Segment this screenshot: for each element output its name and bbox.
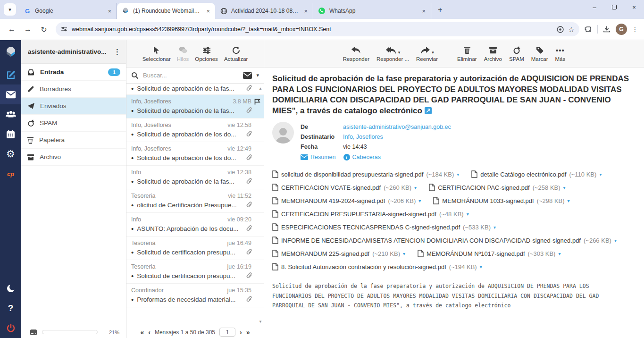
new-tab-button[interactable]: + (434, 4, 446, 16)
next-page-button[interactable]: › (240, 329, 242, 336)
archive-button[interactable]: Archivo (484, 45, 502, 62)
sidebar-item-entrada[interactable]: Entrada 1 (21, 64, 126, 81)
tab-actividad[interactable]: Actividad 2024-10-18 08:00:00 × (215, 3, 313, 19)
tab-search-button[interactable]: ▾ (4, 3, 16, 16)
attachment-item[interactable]: MEMORANDUM 419-2024-signed.pdf(~206 KB)▾ (272, 197, 421, 204)
prev-page-button[interactable]: ‹ (148, 329, 151, 336)
close-icon[interactable]: × (106, 8, 113, 15)
sidebar-item-borradores[interactable]: Borradores (21, 81, 126, 98)
sidebar-item-enviados[interactable]: Enviados (21, 98, 126, 115)
list-item[interactable]: Infovie 12:38 •Solicitud de aprobación d… (126, 166, 264, 189)
chevron-down-icon[interactable]: ▾ (398, 50, 401, 55)
address-bar[interactable]: webmail.sanjuan.gob.ec/cpsess5423996997/… (56, 22, 579, 36)
flag-icon[interactable] (254, 98, 261, 105)
first-page-button[interactable]: « (140, 329, 144, 336)
attachment-item[interactable]: CERTIFICACION PRESUPUESTARIA-signed-sign… (272, 210, 469, 218)
nav-contacts-button[interactable] (0, 104, 21, 124)
spam-button[interactable]: SPAM (509, 45, 524, 62)
list-item[interactable]: Info, Josefloresvie 12:49 •Solicitud de … (126, 142, 264, 166)
nav-calendar-button[interactable] (0, 124, 21, 144)
attachment-item[interactable]: MEMORANDUM 225-signed.pdf(~210 KB)▾ (272, 250, 405, 257)
attachment-menu-icon[interactable]: ▾ (614, 238, 617, 243)
delete-button[interactable]: Eliminar (457, 45, 477, 62)
attachment-menu-icon[interactable]: ▾ (568, 198, 570, 203)
attachment-item[interactable]: ESPECIFICACIONES TECNICASPRENDAS C-signe… (272, 223, 496, 231)
forward-button[interactable]: → (21, 22, 35, 36)
sidebar-item-papelera[interactable]: Papelera (21, 132, 126, 149)
window-maximize-button[interactable] (604, 0, 624, 14)
refresh-button[interactable]: Actualizar (224, 45, 248, 62)
forward-button[interactable]: ▾ Reenviar (416, 45, 438, 62)
reading-mode-icon[interactable] (556, 25, 564, 34)
attachment-menu-icon[interactable]: ▾ (418, 198, 421, 203)
help-button[interactable]: ? (0, 298, 21, 318)
scroll-down-icon[interactable]: ▼ (259, 320, 262, 324)
more-button[interactable]: ••• Más (555, 45, 566, 62)
list-item[interactable]: Tesoreriajue 16:49 •Solicitud de certifi… (126, 237, 264, 260)
list-item[interactable]: Tesoreriavie 11:52 •olicitud de Certific… (126, 189, 264, 213)
site-settings-icon[interactable] (60, 25, 68, 33)
attachment-item[interactable]: 8. Solicitud Autorización contratación y… (272, 263, 482, 270)
attachment-menu-icon[interactable]: ▾ (558, 251, 560, 256)
attachment-item[interactable]: MEMORÁNDUM Nº1017-signed.pdf(~303 KB)▾ (418, 250, 560, 257)
threads-button[interactable]: Hilos (177, 45, 189, 62)
reply-button[interactable]: Responder (343, 45, 369, 62)
attachment-item[interactable]: detalle Catálogo electrónico.pdf(~110 KB… (471, 170, 602, 178)
attachment-item[interactable]: CERTIFICACION PAC-signed.pdf(~258 KB)▾ (429, 184, 566, 191)
attachment-item[interactable]: INFORME DE NECESIDADCAMISETAS ATENCION D… (272, 237, 617, 244)
reload-button[interactable]: ↻ (37, 22, 51, 36)
headers-link[interactable]: i Cabeceras (343, 154, 381, 161)
nav-settings-button[interactable]: ⚙ (0, 144, 21, 164)
search-scope-mail-icon[interactable] (243, 72, 252, 79)
list-item[interactable]: Infovie 09:20 •ASUNTO: Aprobación de los… (126, 213, 264, 237)
mark-button[interactable]: Marcar (531, 45, 548, 62)
options-button[interactable]: Opciones (195, 45, 218, 62)
downloads-icon[interactable] (602, 25, 611, 34)
sidebar-item-archivo[interactable]: Archivo (21, 149, 126, 166)
close-icon[interactable]: × (420, 8, 427, 15)
nav-mail-button[interactable] (0, 84, 21, 104)
attachment-menu-icon[interactable]: ▾ (414, 185, 417, 190)
list-item[interactable]: • Solicitud de aprobación de la fas... (126, 84, 264, 95)
attachment-menu-icon[interactable]: ▾ (467, 211, 469, 217)
search-bar[interactable]: Buscar... ▾ (126, 68, 264, 84)
attachment-menu-icon[interactable]: ▾ (457, 172, 459, 177)
attachment-menu-icon[interactable]: ▾ (480, 264, 482, 270)
list-item[interactable]: Coordinadorjue 15:35 •Proformas de neces… (126, 284, 264, 307)
tab-roundcube-active[interactable]: (1) Roundcube Webmail :: Envia × (117, 3, 215, 19)
attachment-item[interactable]: CERTIFICACION VCATE-signed.pdf(~260 KB)▾ (272, 184, 417, 191)
dark-mode-toggle[interactable] (0, 279, 21, 298)
tab-whatsapp[interactable]: WhatsApp × (313, 3, 431, 19)
attachment-menu-icon[interactable]: ▾ (599, 172, 602, 177)
tab-google[interactable]: G Google × (19, 3, 117, 19)
attachment-item[interactable]: solicitud de disponibilidad presupuestar… (272, 170, 459, 178)
window-minimize-button[interactable]: – (585, 0, 604, 14)
compose-button[interactable] (0, 65, 21, 84)
last-page-button[interactable]: » (246, 329, 250, 336)
list-item[interactable]: Tesoreriajue 16:19 •Solicitud de certifi… (126, 260, 264, 284)
select-button[interactable]: Seleccionar (142, 45, 171, 62)
reply-all-button[interactable]: ▾ Responder ... (376, 45, 409, 62)
from-address-link[interactable]: asistente-administrativo@sanjuan.gob.ec (343, 124, 451, 130)
profile-avatar[interactable]: G (616, 24, 627, 35)
open-in-new-window-icon[interactable] (425, 107, 432, 114)
list-item[interactable]: Info, Josefloresvie 12:58 •Solicitud de … (126, 118, 264, 142)
sidebar-item-spam[interactable]: SPAM (21, 115, 126, 132)
summary-link[interactable]: Resumen (301, 154, 336, 161)
url-text[interactable]: webmail.sanjuan.gob.ec/cpsess5423996997/… (72, 26, 552, 33)
search-input[interactable]: Buscar... (143, 72, 239, 79)
nav-cpanel-button[interactable]: cp (0, 164, 21, 184)
to-recipients-link[interactable]: Info, Joseflores (343, 134, 383, 140)
search-options-caret-icon[interactable]: ▾ (256, 72, 259, 78)
close-icon[interactable]: × (205, 8, 211, 15)
folder-options-icon[interactable]: ⋮ (114, 48, 121, 56)
list-item-selected[interactable]: Info, Joseflores 3.8 MB • Solicitud de a… (126, 95, 264, 118)
extensions-icon[interactable] (584, 25, 593, 34)
close-icon[interactable]: × (302, 8, 309, 15)
browser-menu-icon[interactable]: ⋮ (632, 25, 638, 33)
logout-button[interactable] (0, 318, 21, 338)
attachment-menu-icon[interactable]: ▾ (403, 251, 405, 256)
window-close-button[interactable]: × (624, 0, 644, 14)
bookmark-star-icon[interactable]: ☆ (568, 25, 575, 34)
attachment-menu-icon[interactable]: ▾ (493, 225, 496, 230)
